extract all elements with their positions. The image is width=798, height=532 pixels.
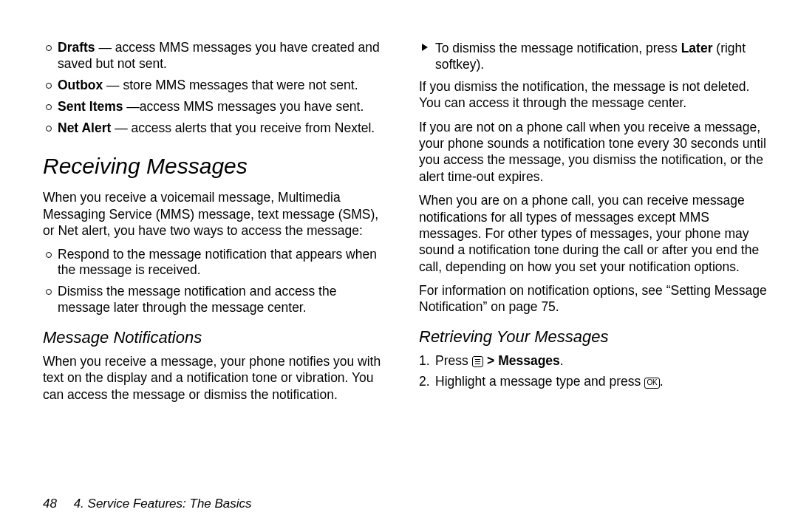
paragraph: When you receive a message, your phone n… bbox=[43, 353, 392, 403]
paragraph: When you are on a phone call, you can re… bbox=[419, 192, 768, 275]
term: Outbox bbox=[58, 78, 103, 92]
definition: — access MMS messages you have created a… bbox=[58, 40, 380, 71]
list-item: To dismiss the message notification, pre… bbox=[419, 40, 768, 73]
page: Drafts — access MMS messages you have cr… bbox=[0, 0, 798, 532]
breadcrumb-separator: > bbox=[483, 353, 498, 368]
text: . bbox=[660, 374, 664, 389]
page-footer: 48 4. Service Features: The Basics bbox=[43, 497, 252, 511]
list-item: Outbox — store MMS messages that were no… bbox=[43, 78, 392, 94]
step-item: Highlight a message type and press OK. bbox=[419, 373, 768, 391]
text: To dismiss the message notification, pre… bbox=[435, 41, 681, 55]
term: Sent Items bbox=[58, 99, 123, 114]
paragraph: If you dismiss the notification, the mes… bbox=[419, 78, 768, 112]
term: Net Alert bbox=[58, 120, 111, 135]
steps-list: Press ☰ > Messages. Highlight a message … bbox=[419, 352, 768, 391]
text: Highlight a message type and press bbox=[435, 374, 644, 389]
text: Press bbox=[435, 353, 472, 368]
paragraph: If you are not on a phone call when you … bbox=[419, 119, 768, 185]
ok-key-icon: OK bbox=[644, 378, 660, 389]
softkey-label: Later bbox=[681, 41, 713, 55]
menu-key-icon: ☰ bbox=[472, 356, 484, 367]
content-columns: Drafts — access MMS messages you have cr… bbox=[43, 40, 768, 476]
list-item: Respond to the message notification that… bbox=[43, 247, 392, 279]
paragraph: When you receive a voicemail message, Mu… bbox=[43, 189, 392, 239]
list-item: Dismiss the message notification and acc… bbox=[43, 284, 392, 316]
term: Drafts bbox=[58, 40, 95, 55]
list-item: Sent Items —access MMS messages you have… bbox=[43, 99, 392, 115]
heading-retrieving-messages: Retrieving Your Messages bbox=[419, 327, 768, 347]
definition: —access MMS messages you have sent. bbox=[123, 99, 364, 114]
sub-bullet-list: To dismiss the message notification, pre… bbox=[419, 40, 768, 73]
paragraph: For information on notification options,… bbox=[419, 282, 768, 316]
heading-receiving-messages: Receiving Messages bbox=[43, 154, 392, 179]
menu-item: Messages bbox=[498, 353, 560, 368]
list-item: Drafts — access MMS messages you have cr… bbox=[43, 40, 392, 72]
chapter-title: 4. Service Features: The Basics bbox=[74, 497, 252, 511]
ways-list: Respond to the message notification that… bbox=[43, 247, 392, 317]
heading-message-notifications: Message Notifications bbox=[43, 328, 392, 347]
text: . bbox=[560, 353, 564, 368]
definition: — store MMS messages that were not sent. bbox=[103, 78, 358, 92]
list-item: Net Alert — access alerts that you recei… bbox=[43, 120, 392, 137]
definition: — access alerts that you receive from Ne… bbox=[111, 120, 375, 135]
definition-list: Drafts — access MMS messages you have cr… bbox=[43, 40, 392, 136]
step-item: Press ☰ > Messages. bbox=[419, 352, 768, 370]
page-number: 48 bbox=[43, 497, 57, 511]
